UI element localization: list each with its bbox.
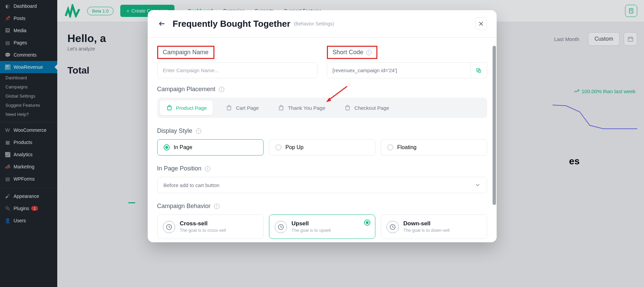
placement-cart-page[interactable]: Cart Page	[220, 100, 265, 115]
display-in-page[interactable]: In Page	[157, 139, 264, 156]
info-icon: i	[196, 128, 201, 134]
close-button[interactable]	[475, 18, 487, 30]
display-style-options: In Page Pop Up Floating	[157, 139, 487, 156]
shortcode-label-highlight: Short Code i	[327, 46, 377, 59]
shortcode-input[interactable]	[327, 63, 471, 78]
in-page-position-label: In Page Position i	[157, 165, 487, 172]
receipt-icon	[278, 104, 285, 111]
clock-icon	[163, 221, 175, 233]
placement-checkout-page[interactable]: Checkout Page	[338, 100, 395, 115]
radio-icon	[164, 144, 170, 150]
info-icon: i	[214, 204, 220, 209]
campaign-name-label: Campaign Name	[163, 49, 209, 56]
campaign-name-input[interactable]	[157, 62, 317, 78]
behavior-cross-sell[interactable]: Cross-sell The goal is to cross-sell	[157, 214, 264, 239]
behavior-options: Cross-sell The goal is to cross-sell Ups…	[157, 214, 487, 239]
display-popup[interactable]: Pop Up	[269, 139, 375, 156]
placement-label: Campaign Placement i	[157, 86, 487, 93]
checkout-icon	[344, 104, 351, 111]
modal-overlay: Frequently Bought Together (Behavior Set…	[0, 0, 644, 287]
behavior-down-sell[interactable]: Down-sell The goal is to down-sell	[381, 214, 487, 239]
placement-thankyou-page[interactable]: Thank You Page	[272, 100, 331, 115]
close-icon	[478, 21, 484, 27]
radio-icon	[275, 144, 282, 150]
placement-tabs: Product Page Cart Page Thank You Page Ch…	[157, 98, 487, 118]
behavior-label: Campaign Behavior i	[157, 203, 487, 210]
campaign-settings-modal: Frequently Bought Together (Behavior Set…	[148, 10, 497, 242]
radio-icon	[364, 220, 370, 226]
clock-icon	[387, 221, 399, 233]
in-page-position-select[interactable]: Before add to cart button	[157, 177, 487, 193]
placement-product-page[interactable]: Product Page	[160, 100, 213, 115]
modal-title: Frequently Bought Together	[173, 19, 291, 29]
modal-subtitle: (Behavior Settings)	[294, 21, 334, 26]
chevron-down-icon	[475, 182, 481, 188]
radio-icon	[387, 144, 393, 150]
display-style-label: Display Style i	[157, 127, 487, 135]
clock-icon	[275, 221, 287, 233]
shortcode-group: Short Code i	[327, 46, 487, 78]
back-button[interactable]	[157, 19, 167, 28]
modal-body: Campaign Name Short Code i	[148, 38, 497, 242]
modal-header: Frequently Bought Together (Behavior Set…	[148, 10, 497, 38]
info-icon: i	[219, 87, 224, 92]
arrow-left-icon	[158, 20, 166, 27]
shortcode-label: Short Code	[333, 49, 363, 56]
cart-icon	[226, 104, 232, 111]
copy-shortcode-button[interactable]	[471, 63, 487, 78]
campaign-name-group: Campaign Name	[157, 46, 317, 78]
copy-icon	[476, 67, 482, 74]
behavior-upsell[interactable]: Upsell The goal is to upsell	[269, 214, 375, 239]
info-icon: i	[366, 50, 372, 55]
scrollbar[interactable]	[493, 46, 496, 205]
display-floating[interactable]: Floating	[381, 139, 487, 156]
bag-icon	[166, 104, 173, 111]
campaign-name-label-highlight: Campaign Name	[157, 46, 214, 59]
svg-marker-13	[325, 97, 331, 103]
info-icon: i	[205, 166, 210, 171]
